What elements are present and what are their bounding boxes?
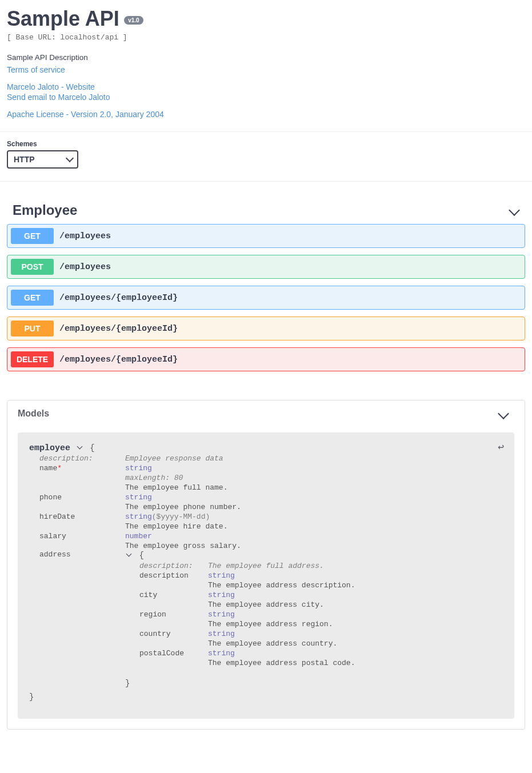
brace-open: { xyxy=(139,551,144,560)
operation-delete-4[interactable]: DELETE/employees/{employeeId} xyxy=(7,347,525,371)
addr-city-label: city xyxy=(125,591,208,599)
addr-country-type: string xyxy=(208,630,503,638)
addr-region-type: string xyxy=(208,610,503,619)
prop-hiredate-label: hireDate xyxy=(39,512,125,521)
method-badge: POST xyxy=(11,259,54,275)
prop-name-type: string xyxy=(125,464,503,472)
operation-path: /employees/{employeeId} xyxy=(59,355,178,365)
brace-close: } xyxy=(29,692,503,702)
scheme-select-wrap[interactable]: HTTP xyxy=(7,150,78,169)
addr-city-desc: The employee address city. xyxy=(208,600,503,609)
addr-region-desc: The employee address region. xyxy=(208,620,503,628)
scheme-select[interactable]: HTTP xyxy=(7,150,78,169)
models-header[interactable]: Models xyxy=(7,400,525,427)
prop-phone-label: phone xyxy=(39,493,125,502)
prop-name-desc: The employee full name. xyxy=(125,483,503,492)
chevron-down-icon[interactable] xyxy=(126,551,132,557)
addr-postalcode-label: postalCode xyxy=(125,649,208,658)
address-description-label: description: xyxy=(125,562,208,570)
addr-description-desc: The employee address description. xyxy=(208,581,503,590)
method-badge: PUT xyxy=(11,321,54,337)
operation-get-0[interactable]: GET/employees xyxy=(7,224,525,248)
method-badge: GET xyxy=(11,290,54,306)
contact-email-link[interactable]: Send email to Marcelo Jaloto xyxy=(7,93,525,102)
prop-hiredate-desc: The employee hire date. xyxy=(125,522,503,531)
tag-name: Employee xyxy=(13,202,77,218)
prop-salary-label: salary xyxy=(39,532,125,540)
version-badge: v1.0 xyxy=(124,16,143,25)
base-url: [ Base URL: localhost/api ] xyxy=(7,33,525,42)
operation-post-1[interactable]: POST/employees xyxy=(7,255,525,279)
operation-get-2[interactable]: GET/employees/{employeeId} xyxy=(7,286,525,310)
prop-hiredate-type: string($yyyy-MM-dd) xyxy=(125,512,503,521)
address-description-value: The employee full address. xyxy=(208,562,503,570)
prop-name-label: name* xyxy=(39,464,125,472)
schemes-label: Schemes xyxy=(7,140,525,148)
method-badge: DELETE xyxy=(11,351,54,367)
prop-phone-type: string xyxy=(125,493,503,502)
addr-postalcode-desc: The employee address postal code. xyxy=(208,659,503,667)
chevron-down-icon[interactable] xyxy=(77,444,82,450)
contact-website-link[interactable]: Marcelo Jaloto - Website xyxy=(7,82,525,91)
model-employee: ↩ employee { description: Employee respo… xyxy=(18,432,514,719)
method-badge: GET xyxy=(11,228,54,244)
prop-salary-type: number xyxy=(125,532,503,540)
addr-description-label: description xyxy=(125,571,208,580)
tag-section-employee: Employee GET/employeesPOST/employeesGET/… xyxy=(0,182,532,384)
brace-open: { xyxy=(90,443,94,452)
operation-path: /employees/{employeeId} xyxy=(59,324,178,334)
info-header: Sample API v1.0 [ Base URL: localhost/ap… xyxy=(0,0,532,131)
operation-path: /employees xyxy=(59,231,111,241)
addr-postalcode-type: string xyxy=(208,649,503,658)
api-title: Sample API xyxy=(7,7,119,31)
addr-city-type: string xyxy=(208,591,503,599)
chevron-down-icon xyxy=(498,408,509,419)
required-star: * xyxy=(57,464,62,472)
operation-path: /employees/{employeeId} xyxy=(59,293,178,303)
model-description-label: description: xyxy=(39,454,125,463)
open-model-icon[interactable]: ↩ xyxy=(498,440,504,453)
operation-path: /employees xyxy=(59,262,111,272)
schemes-bar: Schemes HTTP xyxy=(0,131,532,182)
operations-list: GET/employeesPOST/employeesGET/employees… xyxy=(7,224,525,371)
addr-country-label: country xyxy=(125,630,208,638)
terms-of-service-link[interactable]: Terms of service xyxy=(7,65,525,74)
chevron-down-icon xyxy=(509,205,520,216)
prop-name-constraint: maxLength: 80 xyxy=(125,474,503,482)
brace-close: } xyxy=(125,679,503,688)
prop-address-label: address xyxy=(39,550,125,559)
addr-region-label: region xyxy=(125,610,208,619)
models-label: Models xyxy=(18,408,49,419)
prop-phone-desc: The employee phone number. xyxy=(125,503,503,511)
api-description: Sample API Description xyxy=(7,53,525,62)
license-link[interactable]: Apache License - Version 2.0, January 20… xyxy=(7,110,525,119)
model-name[interactable]: employee xyxy=(29,443,70,453)
prop-salary-desc: The employee gross salary. xyxy=(125,542,503,550)
addr-country-desc: The employee address country. xyxy=(208,639,503,648)
addr-description-type: string xyxy=(208,571,503,580)
operation-put-3[interactable]: PUT/employees/{employeeId} xyxy=(7,317,525,341)
models-section: Models ↩ employee { description: Employe… xyxy=(7,400,525,730)
tag-header-employee[interactable]: Employee xyxy=(7,199,525,224)
model-description-value: Employee response data xyxy=(125,454,503,463)
